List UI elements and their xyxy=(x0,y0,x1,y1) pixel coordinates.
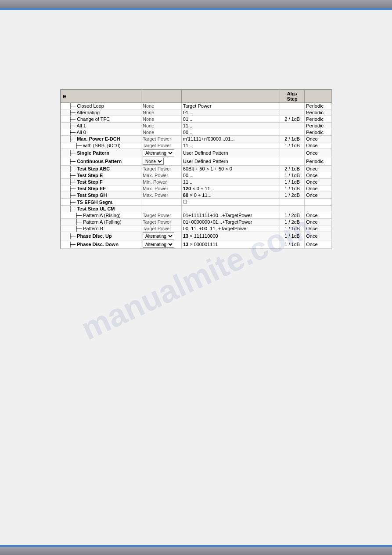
row-precond-single-pattern: Alternating xyxy=(141,149,182,157)
row-config-max-power-edch: m'11111+n'00000...01... xyxy=(181,136,280,142)
row-trigger-test-step-abc: Once xyxy=(305,166,331,172)
table-row: ├─ Phase Disc. DownAlternating13 × 00000… xyxy=(61,240,331,249)
row-config-change-of-tfc: 01... xyxy=(181,116,280,123)
row-precond-change-of-tfc: None xyxy=(141,116,182,123)
row-name-test-step-f: ├─ Test Step F xyxy=(69,179,103,185)
row-algstep-test-step-abc: 2 / 1dB xyxy=(280,166,305,172)
row-trigger-pattern-b: Once xyxy=(305,225,331,232)
table-row: ├─ Change of TFCNone01...2 / 1dBPeriodic xyxy=(61,116,331,123)
row-config-test-step-ef: 120 × 0 + 11... xyxy=(181,185,280,192)
row-config-ts-efgh-segm: ☐ xyxy=(181,199,280,206)
table-row: ├─ Closed LoopNoneTarget PowerPeriodic xyxy=(61,103,331,109)
table-row: ├─ Pattern A (Rising)Target Power01+1111… xyxy=(61,212,331,219)
tree-expand-icon[interactable]: ⊟ xyxy=(63,94,66,99)
row-name-alternating: ├─ Alternating xyxy=(69,110,100,115)
precond-select-phase-disc-up[interactable]: Alternating xyxy=(143,232,174,239)
row-precond-with-srb: Target Power xyxy=(141,142,182,149)
top-bar xyxy=(0,0,392,8)
row-trigger-test-step-ef: Once xyxy=(305,185,331,192)
col-header-trigger xyxy=(305,90,331,103)
main-content: ⊟ Alg./Step ├─ Closed LoopNoneTarget Pow… xyxy=(60,10,332,249)
row-config-single-pattern: User Defined Pattern xyxy=(181,149,280,157)
row-config-with-srb: 11... xyxy=(181,142,280,149)
row-trigger-phase-disc-down: Once xyxy=(305,240,331,249)
precond-select-phase-disc-down[interactable]: Alternating xyxy=(143,241,174,248)
row-algstep-all-1 xyxy=(280,123,305,129)
row-config-all-1: 11... xyxy=(181,123,280,129)
row-algstep-test-step-ef: 1 / 1dB xyxy=(280,185,305,192)
row-precond-alternating: None xyxy=(141,109,182,116)
row-trigger-test-step-f: Once xyxy=(305,179,331,185)
row-name-test-step-abc: ├─ Test Step ABC xyxy=(69,166,110,171)
row-algstep-test-step-e: 1 / 1dB xyxy=(280,172,305,179)
row-precond-pattern-a-falling: Target Power xyxy=(141,219,182,225)
row-name-closed-loop: ├─ Closed Loop xyxy=(69,103,104,109)
row-config-all-0: 00... xyxy=(181,129,280,136)
row-precond-phase-disc-up: Alternating xyxy=(141,232,182,240)
row-name-test-step-gh: ├─ Test Step GH xyxy=(69,192,107,198)
row-algstep-alternating xyxy=(280,109,305,116)
row-name-test-step-ul-cm: ├─ Test Step UL CM xyxy=(69,206,115,211)
row-algstep-all-0 xyxy=(280,129,305,136)
row-algstep-max-power-edch: 2 / 1dB xyxy=(280,136,305,142)
row-algstep-continuous-pattern xyxy=(280,157,305,166)
bottom-bar xyxy=(0,547,392,555)
row-trigger-phase-disc-up: Once xyxy=(305,232,331,240)
row-trigger-test-step-gh: Once xyxy=(305,192,331,199)
table-row: ├─ Pattern BTarget Power00..11..+00..11.… xyxy=(61,225,331,232)
col-header-precond xyxy=(141,90,182,103)
row-config-test-step-abc: 60Bit + 50 × 1 + 50 × 0 xyxy=(181,166,280,172)
row-trigger-test-step-e: Once xyxy=(305,172,331,179)
row-config-pattern-a-rising: 01+1111111+10...+TargetPower xyxy=(181,212,280,219)
row-config-continuous-pattern: User Defined Pattern xyxy=(181,157,280,166)
row-config-phase-disc-down: 13 × 000001111 xyxy=(181,240,280,249)
row-config-test-step-e: 00... xyxy=(181,172,280,179)
row-name-test-step-ef: ├─ Test Step EF xyxy=(69,186,106,191)
row-algstep-change-of-tfc: 2 / 1dB xyxy=(280,116,305,123)
row-name-pattern-a-falling: ├─ Pattern A (Falling) xyxy=(75,219,122,225)
table-row: ├─ with (SRB, βD=0)Target Power11...1 / … xyxy=(61,142,331,149)
row-algstep-phase-disc-down: 1 / 1dB xyxy=(280,240,305,249)
table-row: ├─ Test Step EFMax. Power120 × 0 + 11...… xyxy=(61,185,331,192)
row-trigger-pattern-a-rising: Once xyxy=(305,212,331,219)
row-trigger-alternating: Periodic xyxy=(305,109,331,116)
table-row: ├─ AlternatingNone01...Periodic xyxy=(61,109,331,116)
row-name-phase-disc-down: ├─ Phase Disc. Down xyxy=(69,242,119,247)
table-row: ├─ Single PatternAlternatingUser Defined… xyxy=(61,149,331,157)
bottom-blue-line xyxy=(0,545,392,547)
row-precond-phase-disc-down: Alternating xyxy=(141,240,182,249)
row-precond-max-power-edch: Target Power xyxy=(141,136,182,142)
row-name-ts-efgh-segm: ├─ TS EFGH Segm. xyxy=(69,200,114,205)
row-trigger-ts-efgh-segm xyxy=(305,199,331,206)
row-algstep-pattern-a-rising: 1 / 2dB xyxy=(280,212,305,219)
row-trigger-change-of-tfc: Periodic xyxy=(305,116,331,123)
row-name-with-srb: ├─ with (SRB, βD=0) xyxy=(75,143,121,148)
row-config-alternating: 01... xyxy=(181,109,280,116)
col-header-configuration xyxy=(181,90,280,103)
row-trigger-max-power-edch: Once xyxy=(305,136,331,142)
row-trigger-all-1: Periodic xyxy=(305,123,331,129)
row-config-test-step-f: 11... xyxy=(181,179,280,185)
row-config-test-step-gh: 80 × 0 + 11... xyxy=(181,192,280,199)
row-config-test-step-ul-cm xyxy=(181,206,280,212)
row-precond-pattern-b: Target Power xyxy=(141,225,182,232)
row-precond-test-step-gh: Max. Power xyxy=(141,192,182,199)
row-algstep-single-pattern xyxy=(280,149,305,157)
row-trigger-test-step-ul-cm xyxy=(305,206,331,212)
row-trigger-continuous-pattern: Periodic xyxy=(305,157,331,166)
row-algstep-pattern-a-falling: 1 / 2dB xyxy=(280,219,305,225)
row-precond-ts-efgh-segm xyxy=(141,199,182,206)
col-header-alg-step: Alg./Step xyxy=(280,90,305,103)
row-trigger-pattern-a-falling: Once xyxy=(305,219,331,225)
row-config-pattern-b: 00..11..+00..11..+TargetPower xyxy=(181,225,280,232)
table-row: ├─ Test Step GHMax. Power80 × 0 + 11...1… xyxy=(61,192,331,199)
table-row: ├─ Test Step ABCTarget Power60Bit + 50 ×… xyxy=(61,166,331,172)
row-algstep-test-step-ul-cm xyxy=(280,206,305,212)
table-row: ├─ Continuous PatternNoneUser Defined Pa… xyxy=(61,157,331,166)
col-header-name: ⊟ xyxy=(61,90,141,103)
table-row: ├─ Max. Power E-DCHTarget Powerm'11111+n… xyxy=(61,136,331,142)
precond-select-single-pattern[interactable]: Alternating xyxy=(143,149,174,156)
table-row: ├─ Test Step FMin. Power11...1 / 1dBOnce xyxy=(61,179,331,185)
precond-select-continuous-pattern[interactable]: None xyxy=(143,158,164,165)
table-row: ├─ All 1None11...Periodic xyxy=(61,123,331,129)
